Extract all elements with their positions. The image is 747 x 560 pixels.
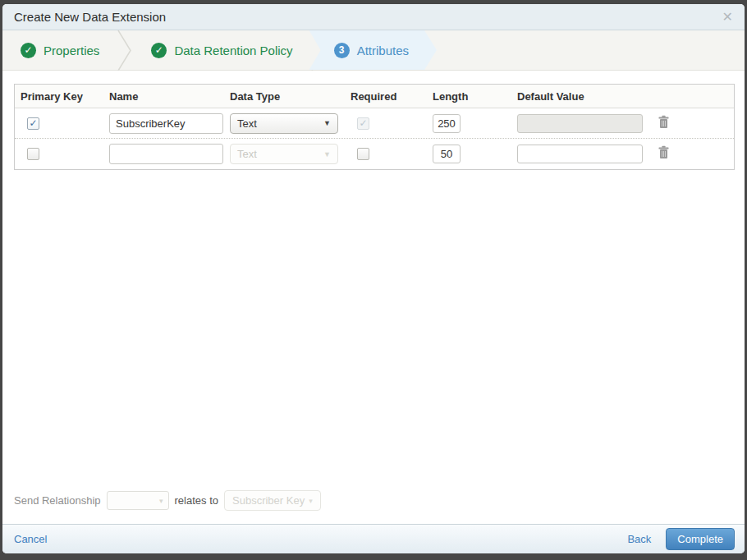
attributes-panel: Primary Key Name Data Type Required Leng… bbox=[2, 71, 745, 524]
step-properties[interactable]: ✓ Properties bbox=[2, 30, 116, 70]
column-header-name: Name bbox=[103, 90, 224, 103]
primary-key-checkbox[interactable] bbox=[27, 148, 39, 160]
send-relationship-row: Send Relationship ▾ relates to Subscribe… bbox=[14, 490, 733, 516]
required-checkbox: ✓ bbox=[357, 117, 369, 130]
modal-titlebar: Create New Data Extension ✕ bbox=[2, 4, 745, 30]
complete-button[interactable]: Complete bbox=[666, 528, 735, 550]
send-relationship-label: Send Relationship bbox=[14, 494, 101, 507]
step-label: Properties bbox=[44, 44, 99, 57]
length-input[interactable] bbox=[433, 145, 461, 163]
wizard-steps: ✓ Properties ✓ Data Retention Policy 3 A… bbox=[2, 30, 745, 71]
chevron-down-icon: ▼ bbox=[323, 119, 331, 127]
modal-title: Create New Data Extension bbox=[14, 10, 166, 24]
column-header-length: Length bbox=[427, 90, 511, 103]
field-name-input[interactable] bbox=[109, 113, 223, 134]
table-header-row: Primary Key Name Data Type Required Leng… bbox=[15, 85, 734, 108]
subscriber-key-dropdown: Subscriber Key ▾ bbox=[224, 490, 321, 511]
data-type-select: Text ▼ bbox=[230, 144, 338, 164]
required-checkbox[interactable] bbox=[357, 148, 369, 160]
length-input[interactable] bbox=[433, 114, 461, 133]
column-header-primary-key: Primary Key bbox=[15, 90, 103, 103]
table-row: Text ▼ bbox=[15, 139, 734, 169]
trash-icon[interactable] bbox=[658, 145, 670, 159]
step-attributes[interactable]: 3 Attributes bbox=[309, 30, 437, 70]
primary-key-checkbox[interactable]: ✓ bbox=[27, 117, 39, 130]
default-value-input bbox=[517, 114, 643, 133]
table-row: ✓ Text ▼ ✓ bbox=[15, 108, 734, 139]
field-name-input[interactable] bbox=[109, 144, 223, 164]
step-separator-chevron-icon bbox=[116, 30, 133, 70]
send-relationship-select: ▾ bbox=[107, 491, 169, 510]
chevron-down-icon: ▾ bbox=[309, 497, 313, 505]
cancel-link[interactable]: Cancel bbox=[14, 533, 47, 545]
modal-footer: Cancel Back Complete bbox=[2, 524, 745, 553]
attributes-table: Primary Key Name Data Type Required Leng… bbox=[14, 84, 735, 170]
column-header-default-value: Default Value bbox=[511, 90, 647, 103]
step-complete-check-icon: ✓ bbox=[151, 43, 167, 58]
chevron-down-icon: ▾ bbox=[159, 497, 163, 505]
column-header-required: Required bbox=[345, 90, 427, 103]
step-number-badge: 3 bbox=[334, 43, 350, 58]
step-label: Attributes bbox=[357, 44, 409, 57]
back-link[interactable]: Back bbox=[627, 533, 651, 545]
step-label: Data Retention Policy bbox=[174, 44, 292, 57]
step-complete-check-icon: ✓ bbox=[21, 43, 36, 58]
trash-icon[interactable] bbox=[658, 115, 670, 129]
create-data-extension-modal: Create New Data Extension ✕ ✓ Properties… bbox=[2, 4, 745, 553]
default-value-input[interactable] bbox=[517, 145, 643, 163]
step-data-retention-policy[interactable]: ✓ Data Retention Policy bbox=[133, 30, 309, 70]
close-icon[interactable]: ✕ bbox=[722, 11, 733, 24]
data-type-select[interactable]: Text ▼ bbox=[230, 113, 338, 134]
relates-to-label: relates to bbox=[175, 494, 218, 507]
column-header-data-type: Data Type bbox=[224, 90, 345, 103]
chevron-down-icon: ▼ bbox=[323, 150, 331, 158]
